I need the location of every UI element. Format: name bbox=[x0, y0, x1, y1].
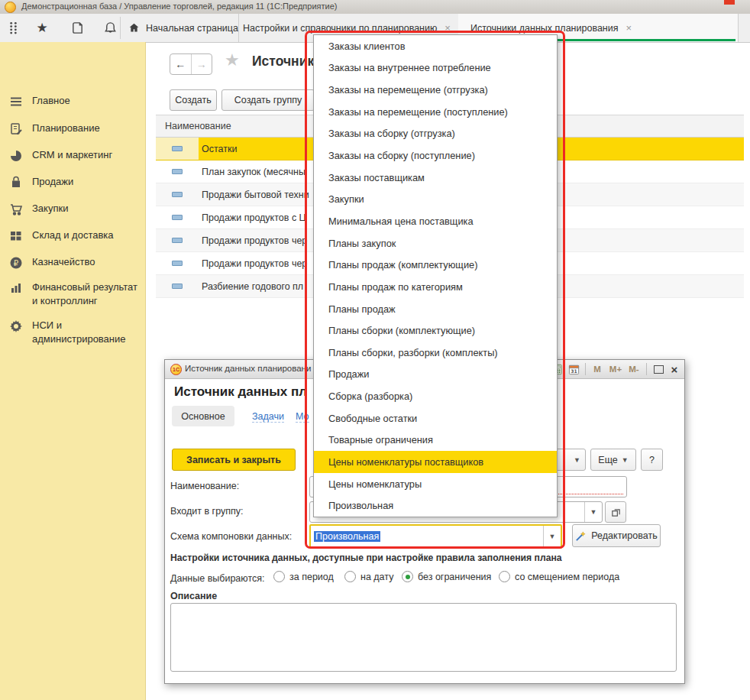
dropdown-item[interactable]: Минимальная цена поставщика bbox=[314, 210, 557, 232]
home-icon bbox=[128, 22, 140, 34]
dropdown-item[interactable]: Продажи bbox=[314, 364, 557, 386]
row-icon-cell bbox=[156, 206, 199, 228]
maximize-button[interactable] bbox=[651, 362, 666, 376]
radio-option[interactable]: за период bbox=[273, 571, 334, 582]
dropdown-item[interactable]: Товарные ограничения bbox=[314, 429, 557, 452]
row-icon-cell bbox=[156, 160, 199, 183]
create-group-button[interactable]: Создать группу bbox=[221, 89, 315, 111]
dialog-tab-tasks[interactable]: Задачи bbox=[252, 411, 284, 423]
bar-chart-icon bbox=[9, 281, 23, 295]
schema-field-label: Схема компоновки данных: bbox=[170, 531, 292, 542]
sidebar-item-nsi-admin[interactable]: НСИ и администрирование bbox=[0, 319, 145, 346]
dropdown-item[interactable]: Планы сборки (комплектующие) bbox=[314, 319, 557, 342]
dropdown-item[interactable]: Заказы поставщикам bbox=[314, 167, 557, 189]
dropdown-item[interactable]: Планы сборки, разборки (комплекты) bbox=[314, 342, 557, 364]
tab-close-icon[interactable]: × bbox=[445, 22, 451, 34]
calendar-icon[interactable]: 31 bbox=[567, 362, 580, 376]
menu-dots-icon[interactable] bbox=[5, 19, 21, 36]
dash-icon bbox=[172, 146, 183, 151]
memory-minus-button[interactable]: M- bbox=[625, 362, 643, 376]
help-button[interactable]: ? bbox=[641, 449, 663, 471]
dropdown-item[interactable]: Заказы на внутреннее потребление bbox=[314, 57, 557, 79]
dropdown-item[interactable]: Заказы клиентов bbox=[314, 35, 557, 57]
select-mode-label: Данные выбираются: bbox=[170, 573, 264, 584]
radio-circle-icon bbox=[273, 571, 285, 582]
section-title: Настройки источника данных, доступные пр… bbox=[170, 553, 562, 563]
sidebar-item-crm-marketing[interactable]: CRM и маркетинг bbox=[0, 148, 145, 163]
dash-icon bbox=[172, 169, 183, 174]
sidebar-item-sales[interactable]: Продажи bbox=[0, 175, 145, 190]
radio-option[interactable]: на дату bbox=[344, 571, 393, 582]
tab-label: Начальная страница bbox=[146, 23, 238, 34]
titlebar-separator bbox=[585, 363, 586, 375]
more-button[interactable]: Еще ▼ bbox=[590, 449, 636, 471]
dropdown-item[interactable]: Закупки bbox=[314, 188, 557, 210]
chevron-down-icon[interactable]: ▼ bbox=[584, 502, 602, 522]
dropdown-item[interactable]: Свободные остатки bbox=[314, 407, 557, 429]
planning-icon bbox=[9, 122, 23, 136]
dropdown-item[interactable]: Заказы на перемещение (отгрузка) bbox=[314, 79, 557, 101]
window-title: Демонстрационная база / Управление торго… bbox=[21, 2, 337, 11]
dropdown-item[interactable]: Планы закупок bbox=[314, 232, 557, 254]
sidebar-item-main[interactable]: Главное bbox=[0, 94, 145, 109]
dash-icon bbox=[172, 215, 183, 220]
history-icon[interactable] bbox=[69, 19, 86, 36]
open-button[interactable] bbox=[605, 501, 626, 523]
dropdown-item[interactable]: Заказы на перемещение (поступление) bbox=[314, 101, 557, 123]
tab-close-icon[interactable]: × bbox=[626, 22, 632, 34]
dropdown-item[interactable]: Произвольная bbox=[314, 494, 557, 517]
sidebar-item-treasury[interactable]: ₽Казначейство bbox=[0, 255, 145, 270]
menu-icon bbox=[9, 95, 23, 109]
save-and-close-button[interactable]: Записать и закрыть bbox=[172, 449, 296, 471]
dropdown-item[interactable]: Цены номенклатуры bbox=[314, 473, 557, 495]
dialog-close-button[interactable]: × bbox=[668, 362, 681, 376]
dialog-tab-main[interactable]: Основное bbox=[172, 406, 234, 426]
chevron-down-icon[interactable]: ▼ bbox=[543, 526, 561, 547]
edit-button[interactable]: Редактировать bbox=[572, 524, 661, 547]
dropdown-item[interactable]: Планы продаж по категориям bbox=[314, 276, 557, 298]
sidebar: ГлавноеПланированиеCRM и маркетингПродаж… bbox=[0, 42, 146, 700]
ruble-icon: ₽ bbox=[9, 256, 23, 270]
tab-home[interactable]: Начальная страница bbox=[121, 14, 239, 42]
radio-circle-icon bbox=[499, 571, 510, 582]
radio-option[interactable]: со смещением периода bbox=[499, 571, 619, 582]
favorites-star-icon[interactable]: ★ bbox=[34, 19, 50, 36]
dash-icon bbox=[172, 284, 183, 289]
memory-store-button[interactable]: M bbox=[590, 362, 605, 376]
edit-label: Редактировать bbox=[591, 530, 657, 541]
tab-label: Настройки и справочники по планированию bbox=[243, 23, 437, 34]
dropdown-item[interactable]: Заказы на сборку (поступление) bbox=[314, 144, 557, 167]
sidebar-item-financial-result[interactable]: Финансовый результат и контроллинг bbox=[0, 280, 145, 308]
name-field-label: Наименование: bbox=[170, 481, 239, 491]
forward-button[interactable]: → bbox=[192, 54, 212, 74]
window-titlebar: Демонстрационная база / Управление торго… bbox=[0, 0, 750, 15]
svg-text:31: 31 bbox=[571, 368, 577, 374]
row-icon-cell bbox=[156, 275, 199, 297]
notifications-bell-icon[interactable] bbox=[102, 19, 118, 36]
radio-label: без ограничения bbox=[418, 572, 491, 582]
sidebar-item-label: Планирование bbox=[32, 122, 141, 135]
dropdown-item[interactable]: Планы продаж (комплектующие) bbox=[314, 254, 557, 276]
back-button[interactable]: ← bbox=[170, 54, 192, 74]
sidebar-item-planning[interactable]: Планирование bbox=[0, 122, 145, 136]
schema-combobox[interactable]: Произвольная ▼ bbox=[309, 524, 562, 549]
description-textarea[interactable] bbox=[170, 603, 677, 672]
dropdown-item[interactable]: Заказы на сборку (отгрузка) bbox=[314, 123, 557, 145]
memory-plus-button[interactable]: M+ bbox=[606, 362, 625, 376]
sidebar-item-purchases[interactable]: Закупки bbox=[0, 202, 145, 216]
dropdown-item[interactable]: Сборка (разборка) bbox=[314, 385, 557, 407]
window-close-button[interactable] bbox=[724, 0, 735, 5]
dropdown-item[interactable]: Планы продаж bbox=[314, 298, 557, 320]
row-icon-cell bbox=[156, 183, 199, 206]
dialog-tab-mo[interactable]: Мо bbox=[296, 411, 309, 423]
pie-chart-icon bbox=[9, 149, 23, 163]
radio-circle-icon bbox=[402, 571, 413, 582]
radio-label: за период bbox=[289, 572, 334, 582]
dropdown-item[interactable]: Цены номенклатуры поставщиков bbox=[314, 451, 557, 473]
sidebar-item-warehouse-delivery[interactable]: Склад и доставка bbox=[0, 228, 145, 243]
sidebar-item-label: Закупки bbox=[32, 202, 141, 216]
favorite-star-icon[interactable]: ★ bbox=[225, 52, 240, 69]
create-button[interactable]: Создать bbox=[170, 89, 217, 111]
radio-label: со смещением периода bbox=[515, 572, 619, 582]
radio-option[interactable]: без ограничения bbox=[402, 571, 491, 582]
